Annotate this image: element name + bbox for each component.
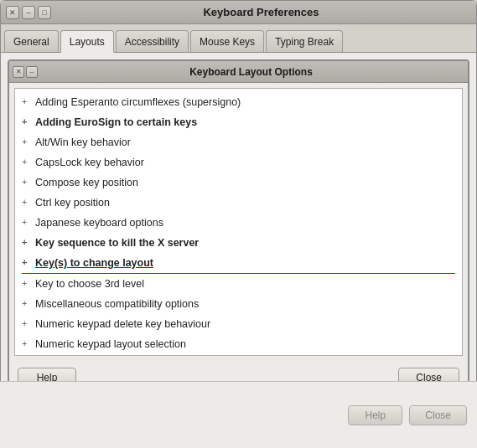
list-item-label: CapsLock key behavior xyxy=(35,154,144,171)
dialog-minimize-btn[interactable]: – xyxy=(26,66,38,78)
list-item-label: Adding Esperanto circumflexes (supersign… xyxy=(35,94,241,111)
minimize-button[interactable]: – xyxy=(22,6,35,19)
list-item-label: Key(s) to change layout xyxy=(35,255,153,271)
window-title: Keyboard Preferences xyxy=(51,6,471,18)
expand-icon[interactable]: + xyxy=(22,175,30,190)
list-item-label: Adding EuroSign to certain keys xyxy=(35,114,197,131)
list-item[interactable]: +Adding EuroSign to certain keys xyxy=(15,112,462,132)
expand-icon[interactable]: + xyxy=(22,215,30,230)
dialog-close-btn[interactable]: ✕ xyxy=(13,66,24,78)
expand-icon[interactable]: + xyxy=(22,135,30,150)
bg-close-button: Close xyxy=(409,405,467,425)
tab-bar: General Layouts Accessibility Mouse Keys… xyxy=(1,24,476,53)
expand-icon[interactable]: + xyxy=(22,255,30,270)
tab-typing-break[interactable]: Typing Break xyxy=(266,30,343,52)
list-item-label: Japanese keyboard options xyxy=(35,214,163,231)
list-item-label: Numeric keypad delete key behaviour xyxy=(35,316,210,332)
dialog-box: ✕ – Keyboard Layout Options +Adding Espe… xyxy=(8,59,469,396)
list-item[interactable]: +Compose key position xyxy=(15,173,462,193)
tab-mouse-keys[interactable]: Mouse Keys xyxy=(190,30,264,52)
expand-icon[interactable]: + xyxy=(22,235,30,250)
tab-general[interactable]: General xyxy=(4,30,59,52)
list-item[interactable]: +Adding Esperanto circumflexes (supersig… xyxy=(15,92,462,112)
list-item[interactable]: +Ctrl key position xyxy=(15,193,462,213)
maximize-button[interactable]: □ xyxy=(38,6,51,19)
dialog-title: Keyboard Layout Options xyxy=(38,66,464,78)
expand-icon[interactable]: + xyxy=(22,115,30,130)
list-item[interactable]: +Alt/Win key behavior xyxy=(15,132,462,152)
tab-layouts[interactable]: Layouts xyxy=(60,30,114,53)
list-item[interactable]: +Numeric keypad layout selection xyxy=(15,334,462,354)
list-item[interactable]: +Key sequence to kill the X server xyxy=(15,233,462,253)
list-item[interactable]: +Key to choose 3rd level xyxy=(15,274,462,294)
expand-icon[interactable]: + xyxy=(22,276,30,291)
bg-help-button: Help xyxy=(348,405,402,425)
main-content: ✕ – Keyboard Layout Options +Adding Espe… xyxy=(1,53,476,403)
title-bar: ✕ – □ Keyboard Preferences xyxy=(1,1,476,24)
expand-icon[interactable]: + xyxy=(22,195,30,210)
expand-icon[interactable]: + xyxy=(22,296,30,312)
expand-icon[interactable]: + xyxy=(22,337,30,352)
close-button[interactable]: ✕ xyxy=(6,6,19,19)
background-window: Help Close xyxy=(0,381,477,448)
list-item-label: Alt/Win key behavior xyxy=(35,134,131,151)
layout-options-list[interactable]: +Adding Esperanto circumflexes (supersig… xyxy=(14,88,463,356)
expand-icon[interactable]: + xyxy=(22,95,30,110)
list-item[interactable]: +CapsLock key behavior xyxy=(15,152,462,173)
dialog-title-bar: ✕ – Keyboard Layout Options xyxy=(9,61,468,83)
list-item[interactable]: +Numeric keypad delete key behaviour xyxy=(15,314,462,334)
list-item[interactable]: +Miscellaneous compatibility options xyxy=(15,294,462,314)
list-item[interactable]: +Japanese keyboard options xyxy=(15,213,462,233)
list-item-label: Compose key position xyxy=(35,174,138,191)
list-item-label: Miscellaneous compatibility options xyxy=(35,296,199,312)
list-item[interactable]: +Use keyboard LED to show alternative la… xyxy=(15,354,462,356)
list-item-label: Ctrl key position xyxy=(35,194,110,211)
expand-icon[interactable]: + xyxy=(22,317,30,332)
tab-accessibility[interactable]: Accessibility xyxy=(116,30,189,52)
list-item[interactable]: +Key(s) to change layout xyxy=(15,253,462,273)
list-item-label: Key to choose 3rd level xyxy=(35,275,144,292)
expand-icon[interactable]: + xyxy=(22,155,30,170)
dialog-title-controls: ✕ – xyxy=(13,66,38,78)
list-item-label: Key sequence to kill the X server xyxy=(35,234,199,251)
list-item-label: Numeric keypad layout selection xyxy=(35,336,186,353)
title-bar-controls: ✕ – □ xyxy=(6,6,51,19)
